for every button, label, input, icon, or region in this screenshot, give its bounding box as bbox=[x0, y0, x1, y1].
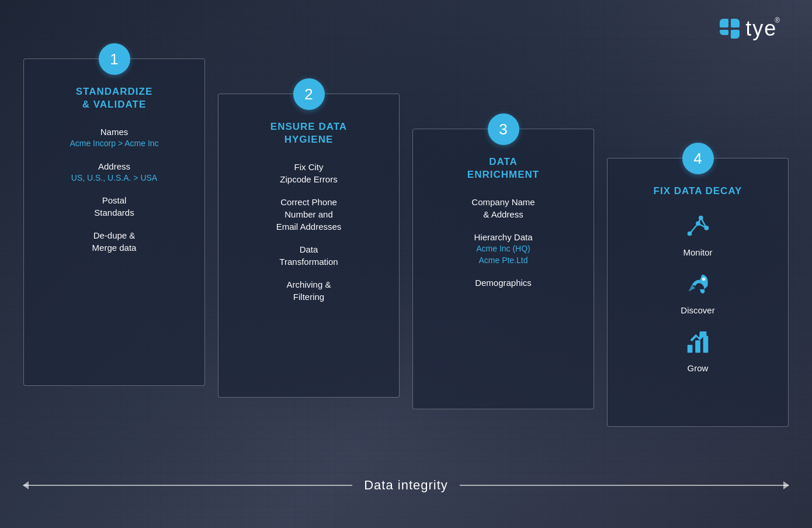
data-integrity-label: Data integrity bbox=[364, 478, 448, 493]
step-4-bubble: 4 bbox=[682, 143, 714, 174]
card-1: 1 STANDARDIZE& VALIDATE Names Acme Incor… bbox=[23, 58, 205, 386]
card-2-title: ENSURE DATAHYGIENE bbox=[230, 120, 387, 146]
arrow-left bbox=[23, 485, 352, 486]
monitor-icon bbox=[684, 212, 712, 243]
arrow-right bbox=[460, 485, 789, 486]
card-1-item-3: PostalStandards bbox=[36, 194, 193, 219]
discover-label: Discover bbox=[681, 305, 714, 315]
card-2-item-3: DataTransformation bbox=[230, 243, 387, 268]
data-integrity-bar: Data integrity bbox=[23, 478, 789, 493]
logo-text: tye bbox=[745, 16, 777, 41]
card-1-item-4: De-dupe &Merge data bbox=[36, 229, 193, 254]
cards-container: 1 STANDARDIZE& VALIDATE Names Acme Incor… bbox=[23, 58, 789, 427]
step-2-bubble: 2 bbox=[293, 78, 325, 110]
card-4-title: FIX DATA DECAY bbox=[619, 185, 776, 198]
logo: tye ® bbox=[720, 16, 780, 41]
svg-rect-9 bbox=[687, 345, 692, 353]
card-2: 2 ENSURE DATAHYGIENE Fix CityZipcode Err… bbox=[218, 94, 400, 398]
step-1-bubble: 1 bbox=[99, 43, 130, 75]
svg-line-4 bbox=[689, 223, 698, 233]
step-3-bubble: 3 bbox=[488, 113, 519, 145]
grow-icon bbox=[684, 328, 712, 358]
svg-rect-11 bbox=[703, 336, 708, 353]
card-3-title: DATAENRICHMENT bbox=[425, 156, 582, 181]
card-1-item-1: Names Acme Incorp > Acme Inc bbox=[36, 126, 193, 150]
card-2-item-4: Archiving &Filtering bbox=[230, 278, 387, 303]
card-1-title: STANDARDIZE& VALIDATE bbox=[36, 85, 193, 111]
discover-icon bbox=[684, 270, 712, 301]
card-1-item-2: Address US, U.S., U.S.A. > USA bbox=[36, 160, 193, 184]
logo-registered: ® bbox=[775, 16, 780, 25]
card-3-item-1: Company Name& Address bbox=[425, 196, 582, 220]
card-3: 3 DATAENRICHMENT Company Name& Address H… bbox=[412, 129, 594, 409]
svg-point-8 bbox=[702, 278, 705, 281]
card-3-item-3: Demographics bbox=[425, 277, 582, 289]
discover-item: Discover bbox=[619, 270, 776, 315]
card-4: 4 FIX DATA DECAY bbox=[607, 158, 789, 427]
monitor-label: Monitor bbox=[683, 247, 712, 257]
svg-rect-10 bbox=[695, 340, 700, 353]
card-3-item-2: Hierarchy Data Acme Inc (HQ)Acme Pte.Ltd bbox=[425, 231, 582, 266]
card-2-item-1: Fix CityZipcode Errors bbox=[230, 161, 387, 185]
monitor-item: Monitor bbox=[619, 212, 776, 257]
logo-icon bbox=[720, 19, 740, 39]
grow-label: Grow bbox=[688, 363, 709, 373]
card-2-item-2: Correct PhoneNumber andEmail Addresses bbox=[230, 196, 387, 233]
grow-item: Grow bbox=[619, 328, 776, 373]
